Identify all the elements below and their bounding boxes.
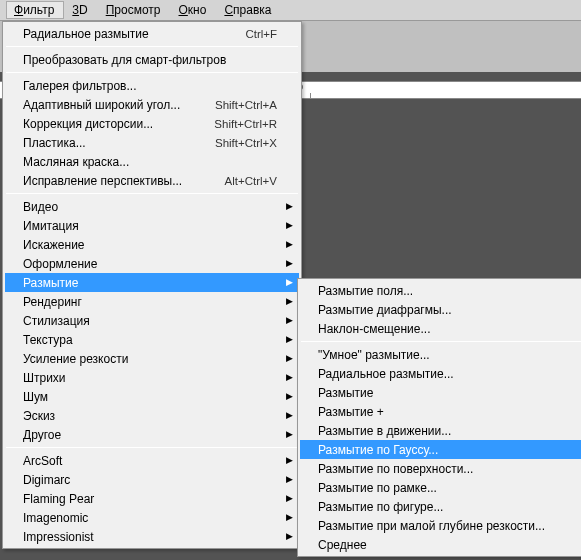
filter-menu-item[interactable]: Размытие▶ (5, 273, 299, 292)
menu-item-label: Усиление резкости (23, 352, 128, 366)
menu-item-label: Коррекция дисторсии... (23, 117, 153, 131)
menu-item-label: Искажение (23, 238, 85, 252)
blur-submenu-item[interactable]: Размытие по Гауссу... (300, 440, 581, 459)
menu-item-label: Impressionist (23, 530, 94, 544)
chevron-right-icon: ▶ (286, 335, 293, 344)
menu-item-label: Исправление перспективы... (23, 174, 182, 188)
filter-menu-dropdown: Радиальное размытиеCtrl+FПреобразовать д… (2, 21, 302, 549)
chevron-right-icon: ▶ (286, 297, 293, 306)
filter-menu-item[interactable]: Impressionist▶ (5, 527, 299, 546)
menu-item-label: Размытие (23, 276, 78, 290)
chevron-right-icon: ▶ (286, 202, 293, 211)
menu-item-label: Наклон-смещение... (318, 322, 431, 336)
filter-menu-item[interactable]: Шум▶ (5, 387, 299, 406)
menu-item-shortcut: Alt+Ctrl+V (225, 175, 277, 187)
menu-item-label: Видео (23, 200, 58, 214)
menu-item-shortcut: Shift+Ctrl+R (214, 118, 277, 130)
chevron-right-icon: ▶ (286, 221, 293, 230)
blur-submenu-item[interactable]: Среднее (300, 535, 581, 554)
menu-item-shortcut: Shift+Ctrl+A (215, 99, 277, 111)
filter-menu-item[interactable]: Адаптивный широкий угол...Shift+Ctrl+A (5, 95, 299, 114)
menubar-item-просмотр[interactable]: Просмотр (98, 1, 171, 19)
filter-menu-item[interactable]: Imagenomic▶ (5, 508, 299, 527)
chevron-right-icon: ▶ (286, 240, 293, 249)
filter-menu-item[interactable]: ArcSoft▶ (5, 451, 299, 470)
filter-menu-item[interactable]: Flaming Pear▶ (5, 489, 299, 508)
blur-submenu-item[interactable]: Наклон-смещение... (300, 319, 581, 338)
menubar-item-фильтр[interactable]: Фильтр (6, 1, 64, 19)
filter-menu-item[interactable]: Пластика...Shift+Ctrl+X (5, 133, 299, 152)
menu-item-label: Размытие + (318, 405, 384, 419)
menu-item-label: Размытие при малой глубине резкости... (318, 519, 545, 533)
menu-item-label: ArcSoft (23, 454, 62, 468)
menu-separator (6, 72, 298, 73)
menu-item-label: Другое (23, 428, 61, 442)
chevron-right-icon: ▶ (286, 316, 293, 325)
menu-item-label: Размытие в движении... (318, 424, 451, 438)
chevron-right-icon: ▶ (286, 456, 293, 465)
filter-menu-item[interactable]: Имитация▶ (5, 216, 299, 235)
menu-item-label: Радиальное размытие... (318, 367, 454, 381)
menu-item-shortcut: Ctrl+F (245, 28, 277, 40)
blur-submenu-item[interactable]: Размытие по поверхности... (300, 459, 581, 478)
menubar-item-справка[interactable]: Справка (216, 1, 281, 19)
chevron-right-icon: ▶ (286, 411, 293, 420)
filter-menu-item[interactable]: Штрихи▶ (5, 368, 299, 387)
blur-submenu-item[interactable]: Размытие по рамке... (300, 478, 581, 497)
filter-menu-item[interactable]: Текстура▶ (5, 330, 299, 349)
filter-menu-item[interactable]: Digimarc▶ (5, 470, 299, 489)
chevron-right-icon: ▶ (286, 278, 293, 287)
filter-menu-item[interactable]: Эскиз▶ (5, 406, 299, 425)
menu-item-label: Текстура (23, 333, 73, 347)
blur-submenu-item[interactable]: Размытие при малой глубине резкости... (300, 516, 581, 535)
menu-item-label: Шум (23, 390, 48, 404)
menu-item-label: Размытие по поверхности... (318, 462, 473, 476)
menu-item-label: Радиальное размытие (23, 27, 149, 41)
blur-submenu-item[interactable]: Размытие по фигуре... (300, 497, 581, 516)
menu-item-label: Оформление (23, 257, 97, 271)
menu-item-label: Рендеринг (23, 295, 82, 309)
filter-menu-item[interactable]: Искажение▶ (5, 235, 299, 254)
menu-item-label: Размытие диафрагмы... (318, 303, 452, 317)
filter-menu-item[interactable]: Оформление▶ (5, 254, 299, 273)
filter-menu-item[interactable]: Радиальное размытиеCtrl+F (5, 24, 299, 43)
chevron-right-icon: ▶ (286, 259, 293, 268)
menubar-item-3d[interactable]: 3D (64, 1, 97, 19)
blur-submenu-dropdown: Размытие поля...Размытие диафрагмы...Нак… (297, 278, 581, 557)
menu-item-label: Размытие по рамке... (318, 481, 437, 495)
menu-item-label: Масляная краска... (23, 155, 129, 169)
filter-menu-item[interactable]: Коррекция дисторсии...Shift+Ctrl+R (5, 114, 299, 133)
blur-submenu-item[interactable]: Размытие в движении... (300, 421, 581, 440)
blur-submenu-item[interactable]: Радиальное размытие... (300, 364, 581, 383)
blur-submenu-item[interactable]: Размытие поля... (300, 281, 581, 300)
filter-menu-item[interactable]: Рендеринг▶ (5, 292, 299, 311)
menu-item-label: Flaming Pear (23, 492, 94, 506)
chevron-right-icon: ▶ (286, 354, 293, 363)
blur-submenu-item[interactable]: Размытие диафрагмы... (300, 300, 581, 319)
filter-menu-item[interactable]: Стилизация▶ (5, 311, 299, 330)
filter-menu-item[interactable]: Другое▶ (5, 425, 299, 444)
filter-menu-item[interactable]: Видео▶ (5, 197, 299, 216)
menu-item-label: Среднее (318, 538, 367, 552)
chevron-right-icon: ▶ (286, 392, 293, 401)
blur-submenu-item[interactable]: Размытие + (300, 402, 581, 421)
menu-item-label: Штрихи (23, 371, 66, 385)
menu-item-label: Imagenomic (23, 511, 88, 525)
blur-submenu-item[interactable]: Размытие (300, 383, 581, 402)
blur-submenu-item[interactable]: "Умное" размытие... (300, 345, 581, 364)
chevron-right-icon: ▶ (286, 494, 293, 503)
menu-item-label: Пластика... (23, 136, 86, 150)
chevron-right-icon: ▶ (286, 513, 293, 522)
filter-menu-item[interactable]: Усиление резкости▶ (5, 349, 299, 368)
menu-item-label: Преобразовать для смарт-фильтров (23, 53, 226, 67)
menu-item-label: "Умное" размытие... (318, 348, 430, 362)
menu-item-label: Имитация (23, 219, 79, 233)
filter-menu-item[interactable]: Масляная краска... (5, 152, 299, 171)
menubar-item-окно[interactable]: Окно (171, 1, 217, 19)
menu-separator (301, 341, 581, 342)
filter-menu-item[interactable]: Исправление перспективы...Alt+Ctrl+V (5, 171, 299, 190)
menu-item-label: Адаптивный широкий угол... (23, 98, 180, 112)
filter-menu-item[interactable]: Преобразовать для смарт-фильтров (5, 50, 299, 69)
menu-item-label: Эскиз (23, 409, 55, 423)
filter-menu-item[interactable]: Галерея фильтров... (5, 76, 299, 95)
